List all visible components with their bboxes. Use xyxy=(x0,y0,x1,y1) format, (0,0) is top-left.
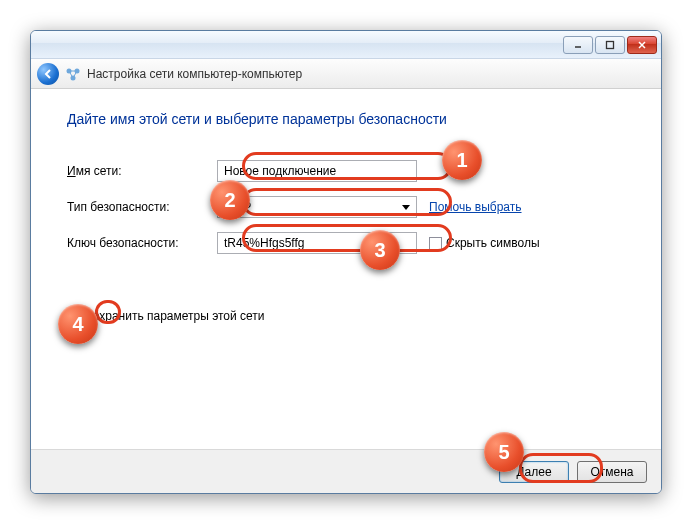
label-network-name: Имя сети: xyxy=(67,164,217,178)
back-button[interactable] xyxy=(37,63,59,85)
label-security-type: Тип безопасности: xyxy=(67,200,217,214)
input-network-name[interactable]: Новое подключение xyxy=(217,160,417,182)
chevron-down-icon xyxy=(402,205,410,210)
dropdown-value: WEP xyxy=(224,200,251,214)
row-save-params: Сохранить параметры этой сети xyxy=(67,309,625,323)
label-security-key: Ключ безопасности: xyxy=(67,236,217,250)
navbar: Настройка сети компьютер-компьютер xyxy=(31,59,661,89)
hide-chars-wrap: Скрыть символы xyxy=(429,236,540,250)
dropdown-security-type[interactable]: WEP xyxy=(217,196,417,218)
label-hide-chars: Скрыть символы xyxy=(446,236,540,250)
input-security-key[interactable]: tR45%Hfgs5ffg xyxy=(217,232,417,254)
maximize-button[interactable] xyxy=(595,36,625,54)
wizard-window: Настройка сети компьютер-компьютер Дайте… xyxy=(30,30,662,494)
minimize-button[interactable] xyxy=(563,36,593,54)
close-button[interactable] xyxy=(627,36,657,54)
checkbox-save-params[interactable] xyxy=(67,310,80,323)
window-title: Настройка сети компьютер-компьютер xyxy=(87,67,302,81)
next-button[interactable]: Далее xyxy=(499,461,569,483)
row-network-name: Имя сети: Новое подключение xyxy=(67,153,625,189)
cancel-button[interactable]: Отмена xyxy=(577,461,647,483)
content-area: Дайте имя этой сети и выберите параметры… xyxy=(31,89,661,323)
row-security-type: Тип безопасности: WEP Помочь выбрать xyxy=(67,189,625,225)
page-heading: Дайте имя этой сети и выберите параметры… xyxy=(67,111,625,127)
titlebar xyxy=(31,31,661,59)
link-help-choose[interactable]: Помочь выбрать xyxy=(429,200,522,214)
button-bar: Далее Отмена xyxy=(31,449,661,493)
row-security-key: Ключ безопасности: tR45%Hfgs5ffg Скрыть … xyxy=(67,225,625,261)
network-icon xyxy=(65,66,81,82)
svg-rect-1 xyxy=(607,41,614,48)
checkbox-hide-chars[interactable] xyxy=(429,237,442,250)
label-save-params: Сохранить параметры этой сети xyxy=(84,309,265,323)
